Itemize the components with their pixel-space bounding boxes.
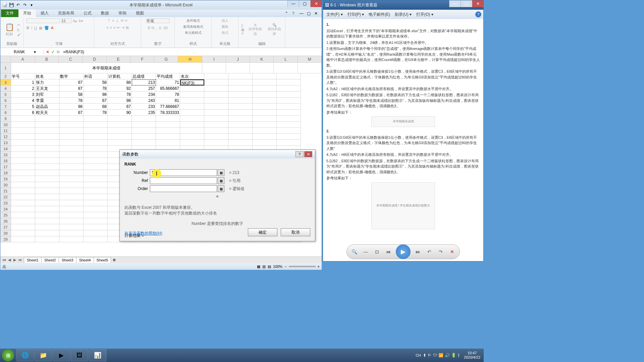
col-H[interactable]: H bbox=[178, 56, 202, 62]
tab-file[interactable]: 文件 bbox=[1, 9, 18, 17]
wrap-icon[interactable]: ↵ bbox=[125, 18, 128, 23]
photo-help-icon[interactable]: ? bbox=[475, 11, 481, 17]
table-format-button[interactable]: 套用表格格式 bbox=[183, 24, 203, 29]
taskbar-explorer[interactable]: 📁 bbox=[35, 349, 52, 361]
align-center-icon[interactable]: ≡ bbox=[110, 25, 112, 30]
col-M[interactable]: M bbox=[298, 56, 322, 62]
rotate-ccw-icon[interactable]: ↶ bbox=[425, 248, 433, 256]
taskbar-media[interactable]: ▶ bbox=[53, 349, 70, 361]
insert-cells-button[interactable]: 插入 bbox=[222, 18, 228, 23]
fx-icon[interactable]: fx bbox=[57, 50, 60, 54]
delete-cells-button[interactable]: 删除 bbox=[222, 24, 228, 29]
collapse-icon[interactable]: ▦ bbox=[218, 169, 224, 176]
workbook-max-icon[interactable]: ▢ bbox=[307, 11, 313, 17]
indent-dec-icon[interactable]: ⇤ bbox=[117, 25, 120, 30]
maximize-button[interactable]: ▢ bbox=[299, 0, 310, 7]
tab-insert[interactable]: 插入 bbox=[36, 9, 53, 17]
slideshow-button[interactable]: ▶ bbox=[396, 244, 411, 259]
col-K[interactable]: K bbox=[250, 56, 274, 62]
tray-volume-icon[interactable]: 🔊 bbox=[445, 353, 450, 358]
find-select-icon[interactable]: 🔍 bbox=[266, 23, 282, 27]
enter-formula-icon[interactable]: ✓ bbox=[51, 50, 55, 54]
fit-icon[interactable]: ⊡ bbox=[373, 248, 381, 256]
redo-icon[interactable]: ↷ bbox=[22, 2, 28, 8]
dec-dec-icon[interactable]: .00 bbox=[163, 26, 168, 30]
sheet-tab[interactable]: Sheet2 bbox=[41, 257, 59, 263]
menu-file[interactable]: 文件(F) ▾ bbox=[324, 11, 345, 18]
col-A[interactable]: A bbox=[11, 56, 35, 62]
col-J[interactable]: J bbox=[226, 56, 250, 62]
clear-icon[interactable]: ✕ bbox=[241, 32, 244, 35]
zoom-slider-icon[interactable]: — bbox=[362, 248, 370, 256]
namebox-dropdown-icon[interactable]: ▾ bbox=[34, 50, 36, 54]
prev-icon[interactable]: ⏮ bbox=[384, 248, 392, 256]
font-color-icon[interactable]: A bbox=[51, 26, 53, 30]
ok-button[interactable]: 确定 bbox=[248, 228, 277, 236]
sheet-tab[interactable]: Sheet3 bbox=[59, 257, 76, 263]
rotate-cw-icon[interactable]: ↷ bbox=[437, 248, 445, 256]
close-button[interactable]: ✕ bbox=[310, 0, 322, 7]
zoom-out-icon[interactable]: − bbox=[284, 264, 286, 268]
format-painter-icon[interactable]: 🖌 bbox=[17, 33, 21, 37]
align-mid-icon[interactable]: ≡ bbox=[112, 18, 114, 23]
tab-layout[interactable]: 页面布局 bbox=[53, 9, 79, 17]
sheet-next-icon[interactable]: ▶ bbox=[12, 258, 17, 262]
border-icon[interactable]: ▦ bbox=[39, 26, 42, 30]
menu-print[interactable]: 打印(P) ▾ bbox=[345, 11, 366, 18]
cut-icon[interactable]: ✂ bbox=[17, 23, 21, 27]
orientation-icon[interactable]: ⟲ bbox=[120, 18, 123, 23]
row-header[interactable]: 1 bbox=[0, 63, 11, 73]
cond-format-button[interactable]: 条件格式 bbox=[186, 18, 200, 23]
align-top-icon[interactable]: ⊤ bbox=[107, 18, 111, 23]
tray-icon[interactable]: ⬆ bbox=[423, 353, 426, 358]
number-input[interactable] bbox=[150, 169, 217, 176]
title-cell[interactable]: 本学期期末成绩 bbox=[11, 63, 202, 73]
number-format-input[interactable] bbox=[146, 18, 170, 23]
tray-clock[interactable]: 10:47 2020/4/22 bbox=[462, 351, 482, 360]
col-I[interactable]: I bbox=[202, 56, 226, 62]
align-bot-icon[interactable]: ⊥ bbox=[116, 18, 119, 23]
order-input[interactable] bbox=[150, 185, 217, 192]
col-F[interactable]: F bbox=[130, 56, 154, 62]
menu-email[interactable]: 电子邮件(E) bbox=[367, 11, 392, 18]
workbook-close-icon[interactable]: ✕ bbox=[314, 11, 320, 17]
col-B[interactable]: B bbox=[35, 56, 59, 62]
sheet-tab[interactable]: Sheet4 bbox=[76, 257, 94, 263]
view-layout-icon[interactable]: ▥ bbox=[262, 264, 266, 269]
font-size-input[interactable] bbox=[61, 18, 71, 23]
tab-view[interactable]: 视图 bbox=[131, 9, 149, 17]
dialog-close-icon[interactable]: ✕ bbox=[304, 151, 312, 157]
tray-bt-icon[interactable]: ᛒ bbox=[458, 353, 460, 358]
close-button[interactable]: ✕ bbox=[472, 0, 483, 7]
namebox-input[interactable] bbox=[14, 50, 34, 54]
dialog-help-icon[interactable]: ? bbox=[296, 151, 304, 157]
col-E[interactable]: E bbox=[107, 56, 130, 62]
maximize-button[interactable]: ▢ bbox=[461, 0, 472, 7]
collapse-icon[interactable]: ▦ bbox=[218, 185, 224, 192]
paste-icon[interactable]: 📋 bbox=[3, 23, 16, 32]
bold-icon[interactable]: B bbox=[26, 26, 29, 30]
collapse-icon[interactable]: ▦ bbox=[218, 177, 224, 184]
tray-flag-icon[interactable]: 🏳 bbox=[428, 353, 432, 358]
sheet-first-icon[interactable]: ⏮ bbox=[2, 258, 6, 262]
decrease-font-icon[interactable]: A▾ bbox=[78, 19, 83, 23]
undo-icon[interactable]: ↶ bbox=[15, 2, 21, 8]
delete-icon[interactable]: ✕ bbox=[448, 248, 456, 256]
col-L[interactable]: L bbox=[274, 56, 298, 62]
italic-icon[interactable]: I bbox=[31, 26, 32, 30]
cell-style-button[interactable]: 单元格样式 bbox=[185, 31, 202, 35]
minimize-button[interactable]: — bbox=[287, 0, 299, 7]
help-icon[interactable]: ? bbox=[292, 11, 298, 17]
copy-icon[interactable]: ⎘ bbox=[17, 28, 21, 32]
qat-dropdown-icon[interactable]: ▾ bbox=[29, 2, 35, 8]
align-right-icon[interactable]: ≡ bbox=[113, 25, 115, 30]
ime-indicator[interactable]: CH bbox=[416, 353, 421, 357]
format-cells-button[interactable]: 格式 bbox=[222, 31, 228, 35]
autosum-icon[interactable]: Σ bbox=[241, 24, 244, 28]
dialog-titlebar[interactable]: 函数参数 ?✕ bbox=[120, 150, 315, 159]
formula-input[interactable] bbox=[62, 50, 322, 54]
tray-network-icon[interactable]: 📶 bbox=[438, 353, 443, 358]
tray-shield-icon[interactable]: 🛡 bbox=[433, 353, 437, 358]
workbook-min-icon[interactable]: — bbox=[300, 11, 306, 17]
function-help-link[interactable]: 有关该函数的帮助(H) bbox=[124, 231, 162, 236]
